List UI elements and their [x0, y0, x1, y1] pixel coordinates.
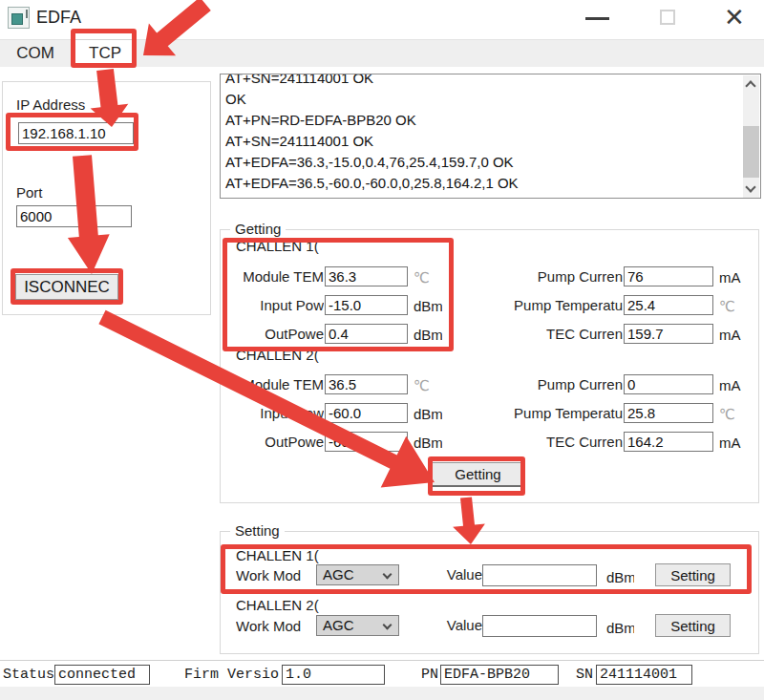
app-icon: [8, 7, 30, 29]
dbm-unit: dBm: [606, 567, 634, 588]
pump-temp-ch2-input[interactable]: [624, 403, 713, 423]
chevron-down-icon: [383, 570, 393, 580]
status-label: Status: [3, 667, 54, 683]
title-bar: EDFA ✕: [0, 0, 764, 39]
ma-unit: mA: [719, 375, 748, 396]
output-power-label: OutPowe: [220, 432, 324, 453]
work-mode-ch1-select[interactable]: AGC: [316, 564, 399, 585]
bottom-strip: [0, 687, 764, 700]
ma-unit: mA: [719, 325, 748, 346]
pn-label: PN: [421, 667, 438, 683]
scroll-up-icon[interactable]: [745, 80, 755, 91]
pump-current-ch1-input[interactable]: [624, 266, 713, 286]
pump-current-label: Pump Curren: [439, 266, 623, 287]
port-label: Port: [16, 184, 74, 201]
chevron-down-icon: [383, 621, 393, 630]
getting-channel1-name: CHALLEN 1(: [236, 238, 319, 254]
work-mode-label: Work Mod: [236, 618, 312, 634]
pump-temp-label: Pump Temperatu: [439, 295, 623, 316]
input-power-label: Input Pow: [220, 403, 324, 424]
window-title: EDFA: [36, 8, 81, 28]
maximize-icon[interactable]: [660, 10, 675, 25]
log-lines: AT+SN=241114001 OK OK AT+PN=RD-EDFA-BPB2…: [225, 74, 739, 194]
module-temp-ch1-input[interactable]: [325, 266, 408, 286]
log-line: AT+EDFA=36.3,-15.0,0.4,76,25.4,159.7,0 O…: [225, 152, 739, 173]
sn-label: SN: [576, 667, 593, 683]
setting-channel2-name: CHALLEN 2(: [236, 597, 319, 613]
input-power-label: Input Pow: [220, 295, 324, 316]
log-line: AT+EDFA=36.5,-60.0,-60.0,0,25.8,164.2,1 …: [225, 173, 739, 194]
tec-current-label: TEC Curren: [439, 432, 623, 453]
firmware-value: 1.0: [282, 665, 385, 685]
firmware-label: Firm Versio: [184, 667, 279, 683]
tec-current-ch2-input[interactable]: [624, 432, 713, 452]
output-power-ch2-input[interactable]: [325, 432, 408, 452]
celsius-unit: ℃: [719, 404, 748, 425]
celsius-unit: ℃: [414, 267, 442, 288]
setting-group-title: Setting: [230, 522, 285, 539]
output-power-ch1-input[interactable]: [325, 324, 408, 344]
module-temp-label: Module TEM: [220, 374, 324, 395]
scrollbar-thumb[interactable]: [743, 126, 759, 178]
value-label: Value: [411, 564, 482, 585]
module-temp-ch2-input[interactable]: [325, 374, 408, 394]
celsius-unit: ℃: [719, 296, 748, 317]
getting-group-title: Getting: [230, 221, 286, 237]
edfa-window: EDFA ✕ COM TCP IP Address Port ISCONNEC …: [0, 0, 764, 700]
celsius-unit: ℃: [414, 375, 442, 396]
sn-value: 241114001: [596, 665, 692, 685]
ma-unit: mA: [719, 267, 748, 288]
minimize-icon[interactable]: [585, 17, 609, 20]
output-power-label: OutPowe: [220, 324, 324, 345]
dbm-unit: dBm: [414, 404, 442, 425]
pump-temp-label: Pump Temperatu: [439, 403, 623, 424]
dbm-unit: dBm: [606, 618, 634, 639]
input-power-ch1-input[interactable]: [325, 295, 408, 315]
work-mode-label: Work Mod: [236, 567, 312, 583]
close-icon[interactable]: ✕: [719, 2, 750, 32]
getting-channel2-name: CHALLEN 2(: [236, 347, 319, 363]
setting-ch1-button[interactable]: Setting: [655, 563, 731, 586]
work-mode-ch2-select[interactable]: AGC: [316, 615, 399, 636]
log-line: AT+PN=RD-EDFA-BPB20 OK: [225, 110, 739, 131]
dbm-unit: dBm: [414, 296, 442, 317]
tec-current-ch1-input[interactable]: [624, 324, 713, 344]
dbm-unit: dBm: [414, 325, 442, 346]
log-line: OK: [225, 89, 739, 110]
work-mode-value: AGC: [323, 566, 354, 583]
ma-unit: mA: [719, 433, 748, 454]
tec-current-label: TEC Curren: [439, 324, 623, 345]
setting-channel1-name: CHALLEN 1(: [236, 547, 319, 563]
getting-button[interactable]: Getting: [432, 462, 524, 487]
log-output[interactable]: AT+SN=241114001 OK OK AT+PN=RD-EDFA-BPB2…: [220, 74, 761, 199]
log-scrollbar[interactable]: [743, 75, 759, 198]
value-label: Value: [411, 615, 482, 636]
pump-current-label: Pump Curren: [439, 374, 623, 395]
work-mode-value: AGC: [323, 617, 354, 633]
tab-strip: COM TCP: [0, 39, 764, 67]
disconnect-button[interactable]: ISCONNEC: [15, 274, 118, 300]
status-value: connected: [54, 665, 150, 685]
port-input[interactable]: [16, 205, 132, 227]
log-line: AT+SN=241114001 OK: [225, 131, 739, 152]
ip-address-input[interactable]: [18, 122, 134, 144]
status-bar: Status connected Firm Versio 1.0 PN EDFA…: [0, 661, 764, 687]
input-power-ch2-input[interactable]: [325, 403, 408, 423]
ip-address-label: IP Address: [16, 96, 104, 113]
scroll-down-icon[interactable]: [745, 181, 755, 192]
tab-com[interactable]: COM: [8, 40, 63, 68]
tab-tcp[interactable]: TCP: [74, 39, 136, 68]
pump-current-ch2-input[interactable]: [624, 374, 713, 394]
module-temp-label: Module TEM: [220, 266, 324, 287]
pump-temp-ch1-input[interactable]: [624, 295, 713, 315]
value-ch1-input[interactable]: [482, 564, 597, 586]
value-ch2-input[interactable]: [482, 615, 597, 637]
log-line: AT+SN=241114001 OK: [225, 74, 739, 89]
setting-ch2-button[interactable]: Setting: [655, 614, 731, 637]
pn-value: EDFA-BPB20: [440, 665, 559, 685]
dbm-unit: dBm: [414, 433, 442, 454]
